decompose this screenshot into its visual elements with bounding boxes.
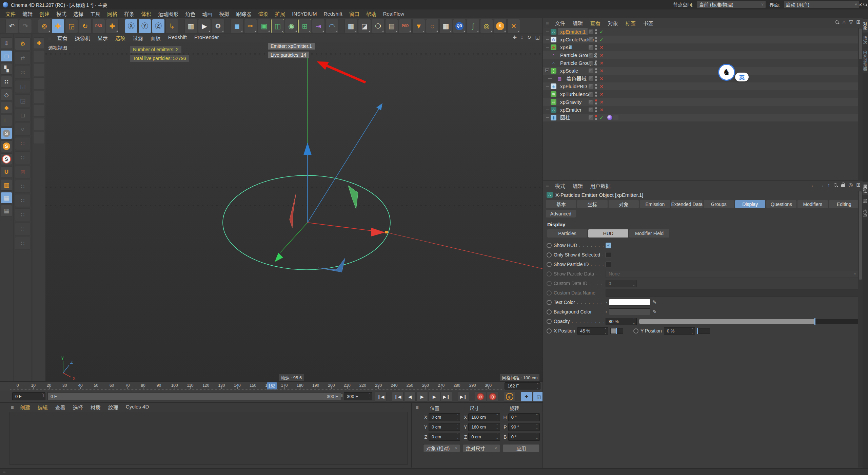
layer-chip-icon[interactable] — [589, 108, 593, 112]
enable-toggle-on[interactable]: ✓ — [599, 29, 604, 35]
coord-field-位置-y[interactable]: 0 cm — [429, 423, 460, 431]
light-object-button[interactable]: ❍ — [372, 19, 384, 33]
object-row-xpfluidpbd[interactable]: ◈xpFluidPBD✕ — [543, 82, 858, 90]
keyframe-circle-text-color[interactable] — [547, 300, 552, 305]
global-move-tool[interactable]: ✚ — [106, 19, 119, 33]
keyframe-circle-y-position[interactable] — [633, 328, 638, 334]
layer-chip-icon[interactable] — [589, 61, 593, 65]
floor-object-button[interactable]: ▦ — [344, 19, 357, 33]
enable-toggle-on[interactable]: ✓ — [599, 37, 604, 42]
object-row-圆柱[interactable]: ▮圆柱✓∴ — [543, 114, 858, 121]
coord-field-位置-x[interactable]: 0 cm — [429, 413, 460, 421]
layer-chip-icon[interactable] — [589, 69, 593, 73]
layer-chip-icon[interactable] — [589, 84, 593, 89]
render-visibility-dot[interactable] — [595, 32, 597, 34]
keyframe-circle-only-show-if-selected[interactable] — [547, 252, 552, 258]
menu-item-运动图形[interactable]: 运动图形 — [155, 10, 182, 18]
enable-toggle-off[interactable]: ✕ — [599, 92, 604, 97]
attr-scrollbar[interactable] — [858, 191, 863, 468]
editor-visibility-dot[interactable] — [595, 76, 597, 78]
next-frame-button[interactable]: ▶ — [429, 392, 440, 402]
only-show-if-selected-checkbox[interactable] — [606, 252, 611, 258]
layer-chip-icon[interactable] — [589, 115, 593, 120]
goto-end-button[interactable]: ▶❙ — [458, 392, 469, 402]
render-visibility-dot[interactable] — [595, 118, 597, 120]
enable-toggle-off[interactable]: ✕ — [599, 68, 604, 74]
coord-field-旋转-p[interactable]: 90 ° — [508, 423, 540, 431]
point-hide-tool[interactable]: ∷ — [15, 223, 31, 235]
tab-对象[interactable]: 对象 — [609, 200, 639, 208]
menu-item-模式[interactable]: 模式 — [552, 182, 569, 190]
vp-rotate-icon[interactable]: ↻ — [527, 35, 531, 40]
material-list-area[interactable] — [9, 412, 408, 465]
render-visibility-dot[interactable] — [595, 102, 597, 104]
move-tool[interactable]: ✚ — [52, 19, 64, 33]
menu-item-用户数据[interactable]: 用户数据 — [587, 182, 614, 190]
attr-back-icon[interactable]: ← — [811, 182, 816, 188]
object-row-xpemitter[interactable]: ∴xpEmitter✕ — [543, 106, 858, 114]
render-visibility-dot[interactable] — [595, 63, 597, 65]
editor-visibility-dot[interactable] — [595, 37, 597, 39]
enable-toggle-off[interactable]: ✕ — [599, 53, 604, 58]
editor-visibility-dot[interactable] — [595, 29, 597, 31]
sphere-display-tool[interactable]: ○ — [15, 123, 31, 136]
render-picture-viewer-button[interactable]: ▶ — [198, 19, 211, 33]
expander-box-icon[interactable]: + — [545, 69, 549, 72]
vp-zoom-icon[interactable]: ↕ — [521, 35, 523, 40]
prev-key-button[interactable]: ❙◀ — [392, 392, 403, 402]
enable-toggle-off[interactable]: ✕ — [599, 107, 604, 113]
editor-visibility-dot[interactable] — [595, 107, 597, 109]
attr-up-icon[interactable]: ↑ — [828, 182, 830, 188]
deformer-button[interactable]: ◠ — [326, 19, 338, 33]
play-button[interactable]: ▶ — [416, 392, 428, 402]
object-name[interactable]: xpFluidPBD — [558, 83, 589, 90]
menu-item-查看[interactable]: 查看 — [587, 19, 604, 27]
layer-chip-icon[interactable] — [589, 76, 593, 81]
menu-item-体积[interactable]: 体积 — [138, 10, 155, 18]
camera-calibrator-button[interactable]: PSR — [399, 19, 412, 33]
editor-visibility-dot[interactable] — [595, 115, 597, 117]
object-row-particle-group-2[interactable]: ∴Particle Group 2✕ — [543, 51, 858, 59]
texture-tag-icon[interactable] — [607, 115, 612, 120]
points-mode[interactable]: ∷ — [1, 76, 12, 88]
object-row-xpturbulence[interactable]: ≋xpTurbulence✕ — [543, 90, 858, 98]
scale-tool[interactable]: ◲ — [65, 19, 78, 33]
menu-item-选择[interactable]: 选择 — [70, 403, 86, 412]
menu-item-渲染[interactable]: 渲染 — [255, 10, 272, 18]
camera-object-button[interactable]: ◪ — [358, 19, 371, 33]
menu-item-创建[interactable]: 创建 — [17, 403, 34, 412]
render-settings-button[interactable]: ⚙ — [212, 19, 224, 33]
menu-item-编辑[interactable]: 编辑 — [569, 182, 586, 190]
menu-item-realflow[interactable]: RealFlow — [380, 10, 408, 17]
editor-visibility-dot[interactable] — [595, 53, 597, 55]
object-name[interactable]: xpTurbulence — [558, 91, 593, 98]
rotate-tool[interactable]: ↻ — [79, 19, 92, 33]
menu-item-扩展[interactable]: 扩展 — [272, 10, 289, 18]
status-menu-grip-icon[interactable]: ≡ — [3, 469, 6, 475]
subdivision-surface-button[interactable]: ▣ — [258, 19, 271, 33]
object-row-着色器域[interactable]: ▦着色器域✕ — [543, 75, 858, 82]
delete-selection-tool[interactable]: ⊠ — [15, 166, 31, 178]
keyframe-circle-show-particle-data[interactable] — [547, 271, 552, 277]
coord-mode-select-绝对尺寸[interactable]: 绝对尺寸˅ — [463, 444, 500, 452]
enable-toggle-off[interactable]: ✕ — [599, 99, 604, 105]
eyedropper-icon[interactable]: ✎ — [652, 309, 657, 315]
transfer-tool-2[interactable]: ◲ — [15, 94, 31, 107]
menu-item-选择[interactable]: 选择 — [70, 10, 87, 18]
menu-item-cycles-4d[interactable]: Cycles 4D — [122, 403, 152, 412]
vp-pan-icon[interactable]: ✚ — [513, 35, 517, 40]
expand-arrow-icon[interactable]: › — [606, 300, 607, 305]
transfer-tool[interactable]: ◱ — [15, 80, 31, 93]
primitive-cube-button[interactable]: ◼ — [231, 19, 243, 33]
hud-live-particles[interactable]: Live particles: 14 — [268, 52, 309, 58]
coordinate-system-toggle[interactable]: ↳ — [165, 19, 178, 33]
material-menu-grip-icon[interactable]: ≡ — [11, 404, 14, 410]
point-down-tool[interactable]: ∷ — [15, 208, 31, 221]
keyframe-circle-show-hud[interactable] — [547, 243, 552, 248]
menu-item-面板[interactable]: 面板 — [147, 34, 164, 42]
coord-field-旋转-h[interactable]: 0 ° — [508, 413, 540, 421]
om-home-icon[interactable]: ⌂ — [843, 19, 846, 25]
attr-new-icon[interactable]: ⊞ — [856, 182, 861, 188]
phong-tag-icon[interactable]: ∴ — [613, 115, 618, 120]
cluster-button[interactable]: ◉ — [285, 19, 298, 33]
